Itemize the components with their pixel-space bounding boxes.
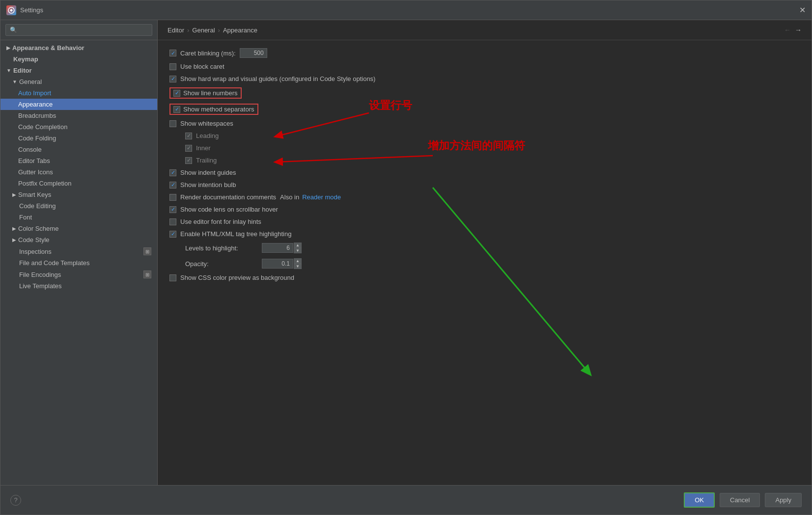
opacity-up[interactable]: ▲: [294, 258, 302, 264]
show-whitespaces-row: Show whitespaces: [169, 120, 800, 127]
expand-arrow: ▼: [12, 79, 17, 84]
sidebar-item-general[interactable]: ▼ General: [0, 76, 157, 87]
show-css-row: Show CSS color preview as background: [169, 274, 800, 281]
sidebar-item-file-code-templates[interactable]: File and Code Templates: [0, 257, 157, 269]
breadcrumb-general: General: [192, 27, 215, 34]
sidebar-item-label: General: [19, 78, 42, 85]
use-block-caret-label: Use block caret: [180, 63, 224, 70]
levels-input[interactable]: [262, 243, 293, 253]
levels-up[interactable]: ▲: [294, 243, 302, 248]
sidebar-item-live-templates[interactable]: Live Templates: [0, 280, 157, 292]
settings-tree: ▶ Appearance & Behavior Keymap ▼ Editor …: [0, 40, 157, 485]
sidebar-item-console[interactable]: Console: [0, 144, 157, 155]
sidebar-item-label: Color Scheme: [18, 225, 58, 232]
sidebar-item-color-scheme[interactable]: ▶ Color Scheme: [0, 223, 157, 234]
close-button[interactable]: ✕: [799, 5, 806, 15]
sidebar-item-label: Console: [18, 146, 42, 153]
inner-checkbox[interactable]: [185, 145, 192, 152]
sidebar-item-smart-keys[interactable]: ▶ Smart Keys: [0, 189, 157, 200]
enable-html-checkbox[interactable]: [169, 231, 176, 238]
show-whitespaces-checkbox[interactable]: [169, 120, 176, 127]
use-editor-font-checkbox[interactable]: [169, 218, 176, 225]
render-doc-row: Render documentation comments Also in Re…: [169, 193, 800, 201]
sidebar-item-font[interactable]: Font: [0, 212, 157, 223]
show-line-numbers-highlight-box: Show line numbers: [169, 87, 242, 99]
sidebar-item-appearance[interactable]: Appearance: [0, 99, 157, 110]
also-in-label: Also in: [280, 193, 299, 201]
apply-button[interactable]: Apply: [765, 493, 802, 507]
forward-arrow[interactable]: →: [795, 26, 802, 34]
sidebar-item-code-style[interactable]: ▶ Code Style: [0, 234, 157, 245]
app-icon: [6, 5, 16, 15]
leading-checkbox[interactable]: [185, 133, 192, 139]
expand-arrow: ▶: [12, 226, 16, 231]
levels-input-wrap: ▲ ▼: [262, 243, 302, 253]
sidebar-item-label: File and Code Templates: [19, 259, 90, 267]
cancel-button[interactable]: Cancel: [720, 493, 760, 507]
sidebar-item-code-folding[interactable]: Code Folding: [0, 133, 157, 144]
sidebar-item-code-editing[interactable]: Code Editing: [0, 200, 157, 212]
breadcrumb-bar: Editor › General › Appearance ← →: [158, 20, 812, 40]
levels-row: Levels to highlight: ▲ ▼: [185, 243, 800, 253]
sidebar-item-gutter-icons[interactable]: Gutter Icons: [0, 166, 157, 178]
opacity-row: Opacity: ▲ ▼: [185, 258, 800, 269]
show-css-label: Show CSS color preview as background: [180, 274, 294, 281]
nav-arrows: ← →: [784, 26, 802, 34]
opacity-input-wrap: ▲ ▼: [262, 258, 302, 269]
help-button[interactable]: ?: [10, 495, 21, 506]
sidebar-item-label: Keymap: [13, 55, 38, 63]
sidebar-item-label: Auto Import: [18, 89, 51, 97]
show-line-numbers-checkbox[interactable]: [173, 90, 180, 97]
sidebar-item-auto-import[interactable]: Auto Import: [0, 87, 157, 99]
breadcrumb-sep-1: ›: [187, 27, 189, 34]
sidebar-item-file-encodings[interactable]: File Encodings ⊞: [0, 269, 157, 280]
enable-html-label: Enable HTML/XML tag tree highlighting: [180, 230, 291, 238]
sidebar-item-editor[interactable]: ▼ Editor: [0, 65, 157, 76]
render-doc-checkbox[interactable]: [169, 194, 176, 201]
back-arrow[interactable]: ←: [784, 26, 791, 34]
expand-arrow: ▶: [12, 237, 16, 243]
show-intention-bulb-checkbox[interactable]: [169, 182, 176, 189]
sidebar-item-label: Inspections: [19, 248, 52, 255]
sidebar-item-label: Code Folding: [18, 135, 56, 142]
file-encodings-badge: ⊞: [143, 271, 151, 278]
show-intention-bulb-label: Show intention bulb: [180, 181, 236, 189]
sidebar-item-label: Appearance: [18, 101, 53, 108]
show-method-sep-checkbox[interactable]: [173, 106, 180, 113]
sidebar-item-inspections[interactable]: Inspections ⊞: [0, 245, 157, 257]
breadcrumb: Editor › General › Appearance: [168, 27, 257, 34]
sidebar-item-postfix-completion[interactable]: Postfix Completion: [0, 178, 157, 189]
sidebar-item-appearance-behavior[interactable]: ▶ Appearance & Behavior: [0, 42, 157, 54]
use-block-caret-checkbox[interactable]: [169, 63, 176, 70]
show-css-checkbox[interactable]: [169, 274, 176, 281]
leading-row: Leading: [185, 132, 800, 139]
ok-button[interactable]: OK: [684, 492, 715, 508]
use-editor-font-label: Use editor font for inlay hints: [180, 218, 261, 225]
search-input[interactable]: [5, 24, 152, 36]
show-hard-wrap-row: Show hard wrap and visual guides (config…: [169, 75, 800, 82]
sidebar-item-code-completion[interactable]: Code Completion: [0, 121, 157, 133]
caret-blinking-input[interactable]: [240, 48, 267, 58]
caret-blinking-input-wrap: [240, 48, 267, 58]
opacity-input[interactable]: [262, 259, 293, 269]
opacity-down[interactable]: ▼: [294, 264, 302, 269]
show-line-numbers-label: Show line numbers: [183, 89, 238, 97]
expand-arrow: ▼: [6, 68, 11, 73]
show-intention-bulb-row: Show intention bulb: [169, 181, 800, 189]
show-hard-wrap-checkbox[interactable]: [169, 76, 176, 82]
sidebar-item-keymap[interactable]: Keymap: [0, 54, 157, 65]
show-code-lens-checkbox[interactable]: [169, 206, 176, 213]
trailing-checkbox[interactable]: [185, 157, 192, 164]
sidebar-item-editor-tabs[interactable]: Editor Tabs: [0, 155, 157, 166]
opacity-spinner: ▲ ▼: [294, 258, 302, 269]
show-whitespaces-label: Show whitespaces: [180, 120, 233, 127]
reader-mode-link[interactable]: Reader mode: [302, 193, 341, 201]
levels-down[interactable]: ▼: [294, 248, 302, 253]
sidebar-item-label: Code Completion: [18, 123, 67, 131]
sidebar-item-label: Postfix Completion: [18, 180, 71, 187]
show-indent-guides-checkbox[interactable]: [169, 169, 176, 176]
use-editor-font-row: Use editor font for inlay hints: [169, 218, 800, 225]
sidebar-item-breadcrumbs[interactable]: Breadcrumbs: [0, 110, 157, 121]
expand-arrow: ▶: [6, 45, 10, 51]
caret-blinking-checkbox[interactable]: [169, 50, 176, 56]
